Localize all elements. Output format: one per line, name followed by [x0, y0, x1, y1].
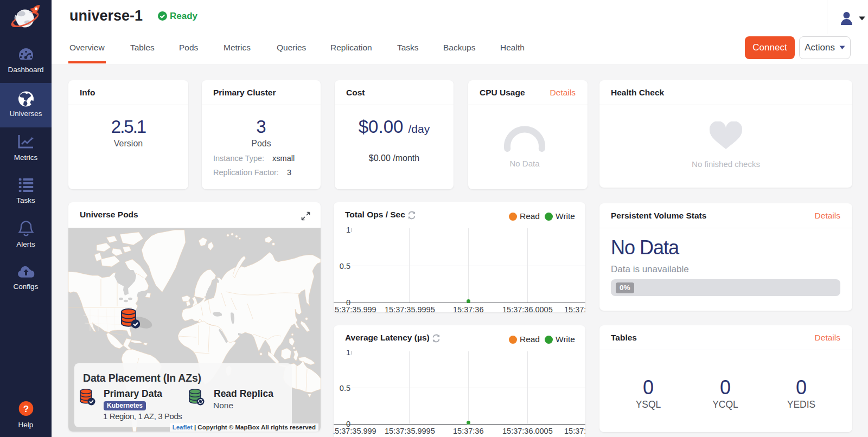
svg-text:?: ? — [23, 404, 28, 414]
